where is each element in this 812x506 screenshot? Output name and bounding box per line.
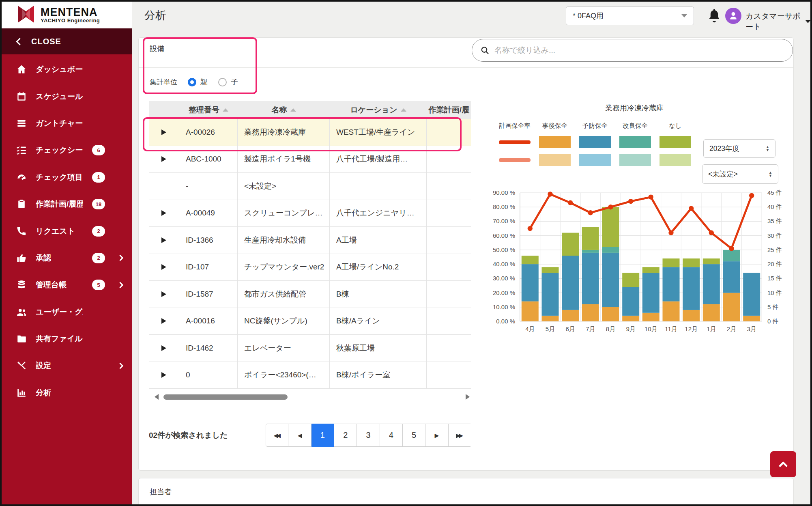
page-button-4[interactable]: 4 bbox=[380, 424, 403, 447]
expand-row-button[interactable] bbox=[149, 254, 179, 281]
sidebar-item-gantt-chart[interactable]: ガントチャート bbox=[2, 110, 132, 137]
sidebar-close-button[interactable]: CLOSE bbox=[2, 28, 132, 54]
next-page-button[interactable]: ▶ bbox=[425, 424, 448, 447]
cell-work-plan bbox=[427, 146, 471, 173]
expand-row-button[interactable] bbox=[149, 146, 179, 173]
cell-work-plan bbox=[427, 254, 471, 281]
radio-option-parent[interactable]: 親 bbox=[188, 77, 208, 87]
expand-triangle-icon bbox=[161, 291, 166, 297]
table-row[interactable]: -<未設定> bbox=[149, 173, 471, 200]
sidebar-item-ledger[interactable]: 管理台帳5 bbox=[2, 271, 132, 298]
expand-row-button[interactable] bbox=[149, 335, 179, 362]
legend-dark-swatch bbox=[539, 136, 571, 148]
page-button-2[interactable]: 2 bbox=[334, 424, 357, 447]
column-header-name[interactable]: 名称 bbox=[238, 105, 330, 115]
column-header-id[interactable]: 整理番号 bbox=[179, 105, 238, 115]
cell-name: <未設定> bbox=[238, 173, 330, 200]
unset-filter-select[interactable]: <未設定> ▲▼ bbox=[702, 164, 778, 184]
expand-triangle-icon bbox=[161, 156, 166, 162]
sidebar-item-user-group-info[interactable]: ユーザー・グループ情報 bbox=[2, 299, 132, 325]
expand-row-button[interactable] bbox=[149, 200, 179, 227]
table-row[interactable]: ABC-1000製造用ボイラ1号機八千代工場/製造用… bbox=[149, 146, 471, 173]
sort-asc-icon[interactable] bbox=[223, 108, 228, 112]
svg-text:0 件: 0 件 bbox=[767, 318, 779, 325]
count-badge: 5 bbox=[92, 280, 105, 290]
expand-row-button[interactable] bbox=[149, 362, 179, 389]
radio-selected-icon[interactable] bbox=[188, 78, 196, 86]
chart-title: 業務用冷凍冷蔵庫 bbox=[525, 103, 744, 113]
sidebar-item-analysis[interactable]: 分析 bbox=[2, 379, 132, 406]
svg-text:50.00 %: 50.00 % bbox=[493, 246, 515, 253]
notifications-bell-icon[interactable] bbox=[707, 8, 722, 24]
sidebar-item-check-sheet[interactable]: チェックシート6 bbox=[2, 137, 132, 164]
scroll-to-top-button[interactable] bbox=[770, 451, 796, 477]
count-badge: 1 bbox=[92, 172, 105, 183]
expand-row-button[interactable] bbox=[149, 281, 179, 308]
svg-text:12月: 12月 bbox=[685, 325, 698, 332]
scrollbar-thumb[interactable] bbox=[163, 394, 288, 400]
table-row[interactable]: A-00016NC旋盤(サンプル)B棟/Aライン bbox=[149, 308, 471, 335]
search-icon bbox=[480, 45, 490, 55]
page-button-3[interactable]: 3 bbox=[357, 424, 380, 447]
sidebar-item-work-plan-history[interactable]: 作業計画/履歴18 bbox=[2, 191, 132, 217]
sidebar-item-dashboard[interactable]: ダッシュボード bbox=[2, 56, 132, 83]
sidebar-item-check-item[interactable]: チェック項目1 bbox=[2, 164, 132, 191]
sidebar-item-settings[interactable]: 設定 bbox=[2, 352, 132, 379]
table-row[interactable]: A-00049スクリューコンプレ…八千代エンジニヤリ… bbox=[149, 200, 471, 227]
radio-option-child[interactable]: 子 bbox=[218, 77, 238, 87]
last-page-button[interactable]: ▶▶ bbox=[449, 424, 471, 447]
app-window: MENTENA YACHIYO Engineering CLOSE ダッシュボー… bbox=[0, 0, 812, 506]
name-filter-search[interactable] bbox=[472, 39, 793, 62]
sidebar-item-approval[interactable]: 承認2 bbox=[2, 245, 132, 271]
divider bbox=[139, 67, 793, 68]
svg-text:45 件: 45 件 bbox=[767, 189, 782, 196]
cell-work-plan bbox=[427, 173, 471, 200]
user-menu[interactable]: カスタマーサポート bbox=[745, 11, 810, 32]
chevron-down-icon bbox=[681, 14, 687, 17]
sidebar-item-shared-files[interactable]: 共有ファイル bbox=[2, 325, 132, 352]
table-row[interactable]: 0ボイラー<23460>(…B棟/ボイラー室 bbox=[149, 362, 471, 389]
table-row[interactable]: ID-1587都市ガス供給配管B棟 bbox=[149, 281, 471, 308]
assignee-panel bbox=[138, 478, 794, 504]
column-header-location[interactable]: ロケーション bbox=[330, 105, 427, 115]
column-header-work-plan[interactable]: 作業計画/履 bbox=[427, 105, 471, 115]
cell-id: 0 bbox=[179, 362, 238, 389]
first-page-button[interactable]: ◀◀ bbox=[266, 424, 288, 447]
page-button-5[interactable]: 5 bbox=[403, 424, 425, 447]
table-row[interactable]: ID-107チップマウンター.ver2A工場/ラインNo.2 bbox=[149, 254, 471, 281]
cell-name: 業務用冷凍冷蔵庫 bbox=[238, 119, 330, 146]
sidebar-item-request[interactable]: リクエスト2 bbox=[2, 217, 132, 244]
gantt-icon bbox=[16, 118, 27, 129]
svg-text:40 件: 40 件 bbox=[767, 203, 782, 210]
count-badge: 2 bbox=[92, 253, 105, 263]
scroll-left-icon[interactable] bbox=[155, 394, 159, 400]
table-row[interactable]: A-00026業務用冷凍冷蔵庫WEST工場/生産ライン bbox=[149, 119, 471, 146]
svg-text:10月: 10月 bbox=[644, 325, 657, 332]
equipment-table: 整理番号名称ロケーション作業計画/履A-00026業務用冷凍冷蔵庫WEST工場/… bbox=[149, 101, 471, 389]
expand-row-button[interactable] bbox=[149, 119, 179, 146]
expand-row-button[interactable] bbox=[149, 227, 179, 254]
legend-dark-swatch bbox=[499, 140, 531, 144]
svg-text:35 件: 35 件 bbox=[767, 217, 782, 224]
page-button-1[interactable]: 1 bbox=[311, 424, 334, 447]
search-input[interactable] bbox=[494, 46, 784, 55]
sidebar-item-label: 設定 bbox=[36, 360, 51, 371]
saved-view-select[interactable]: * 0FAQ用 bbox=[566, 6, 694, 25]
table-row[interactable]: ID-1462エレベーター秋葉原工場 bbox=[149, 335, 471, 362]
sort-asc-icon[interactable] bbox=[401, 108, 406, 112]
scroll-right-icon[interactable] bbox=[466, 394, 470, 400]
sidebar-item-label: 作業計画/履歴 bbox=[36, 199, 83, 209]
sidebar-item-schedule[interactable]: スケジュール bbox=[2, 83, 132, 110]
user-avatar[interactable] bbox=[725, 8, 741, 24]
radio-unselected-icon[interactable] bbox=[218, 78, 227, 86]
svg-text:5月: 5月 bbox=[546, 325, 555, 332]
table-row[interactable]: ID-1366生産用冷却水設備A工場 bbox=[149, 227, 471, 254]
svg-text:11月: 11月 bbox=[665, 325, 677, 332]
cell-name: チップマウンター.ver2 bbox=[238, 254, 330, 281]
sort-asc-icon[interactable] bbox=[290, 108, 296, 112]
fiscal-year-select[interactable]: 2023年度 ▲▼ bbox=[703, 139, 775, 158]
prev-page-button[interactable]: ◀ bbox=[288, 424, 311, 447]
cell-location: 八千代工場/製造用… bbox=[330, 146, 427, 173]
sidebar-item-label: ダッシュボード bbox=[36, 64, 83, 75]
expand-row-button[interactable] bbox=[149, 308, 179, 335]
